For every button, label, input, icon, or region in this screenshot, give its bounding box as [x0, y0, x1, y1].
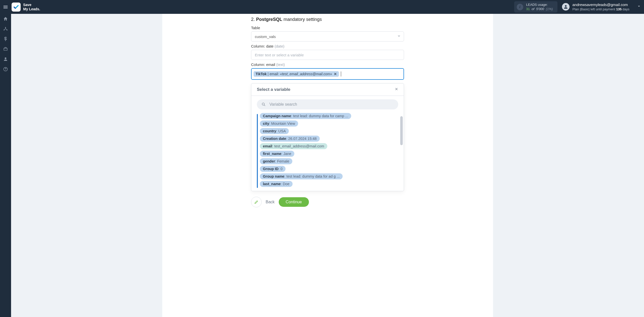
- table-label: Table: [251, 26, 404, 30]
- variable-option[interactable]: first_name: Jane: [260, 151, 294, 157]
- topbar: Save My Leads. i LEADS usage: 31 of 5'00…: [0, 0, 644, 14]
- menu-toggle[interactable]: [0, 0, 11, 14]
- variable-option[interactable]: email: test_email_address@mail.com: [260, 143, 327, 149]
- sidebar-workspace[interactable]: [0, 44, 11, 54]
- account-chevron-icon[interactable]: [637, 4, 641, 9]
- brand-name: Save My Leads.: [23, 3, 40, 11]
- svg-point-7: [262, 103, 264, 105]
- main-card: 2. PostgreSQL mandatory settings Table c…: [162, 14, 493, 317]
- variable-option[interactable]: Creation date: 26.07.2024 15:48: [260, 136, 320, 142]
- variable-search[interactable]: [257, 99, 398, 109]
- section-title: 2. PostgreSQL mandatory settings: [251, 17, 404, 22]
- sidebar-billing[interactable]: [0, 34, 11, 44]
- account-text: andrewsavemyleads@gmail.com Plan |Basic|…: [573, 2, 629, 11]
- footer-row: Back Continue: [251, 197, 404, 207]
- brand-logo[interactable]: Save My Leads.: [12, 3, 40, 12]
- variable-option[interactable]: Campaign name: test lead: dummy data for…: [260, 113, 351, 119]
- variable-option[interactable]: gender: Female: [260, 158, 292, 164]
- search-icon: [261, 102, 266, 107]
- variable-option[interactable]: country: USA: [260, 128, 289, 134]
- col-date-input[interactable]: Enter text or select a variable: [251, 50, 404, 60]
- svg-point-0: [565, 5, 567, 7]
- variable-option[interactable]: Group name: test lead: dummy data for ad…: [260, 173, 343, 179]
- variable-list: Campaign name: test lead: dummy data for…: [260, 113, 399, 188]
- sidebar-home[interactable]: [0, 14, 11, 24]
- variable-panel: Select a variable Campaign name: test le…: [251, 83, 404, 191]
- info-icon: i: [517, 4, 523, 10]
- sidebar: [0, 14, 11, 317]
- back-button[interactable]: Back: [266, 200, 275, 204]
- text-caret: [341, 71, 341, 76]
- svg-point-1: [5, 27, 6, 28]
- svg-point-6: [5, 70, 6, 70]
- sidebar-account[interactable]: [0, 54, 11, 64]
- logo-mark: [12, 3, 21, 12]
- account-widget[interactable]: andrewsavemyleads@gmail.com Plan |Basic|…: [562, 2, 641, 11]
- variable-option[interactable]: last_name: Doe: [260, 181, 293, 187]
- table-select[interactable]: custom_vals: [251, 31, 404, 42]
- svg-point-4: [5, 57, 7, 59]
- variable-option[interactable]: city: Mountain View: [260, 121, 298, 127]
- variable-panel-title: Select a variable: [257, 87, 290, 92]
- continue-button[interactable]: Continue: [279, 197, 309, 207]
- token-remove-icon[interactable]: ✕: [333, 72, 337, 76]
- col-email-label: Column: email (text): [251, 62, 404, 67]
- canvas: 2. PostgreSQL mandatory settings Table c…: [11, 14, 644, 317]
- variable-search-input[interactable]: [269, 102, 394, 107]
- chevron-down-icon: [397, 34, 401, 39]
- sidebar-help[interactable]: [0, 64, 11, 74]
- scrollbar-thumb[interactable]: [400, 116, 403, 145]
- edit-button[interactable]: [251, 197, 262, 207]
- variable-option[interactable]: Group ID: 0: [260, 166, 286, 172]
- panel-close-icon[interactable]: [395, 87, 398, 92]
- variable-token[interactable]: TikTok | email: «test_email_address@mail…: [254, 71, 339, 77]
- col-date-label: Column: date (date): [251, 44, 404, 48]
- sidebar-connections[interactable]: [0, 24, 11, 34]
- col-email-input[interactable]: TikTok | email: «test_email_address@mail…: [251, 68, 404, 80]
- usage-text: LEADS usage: 31 of 5'000 (1%): [526, 3, 553, 11]
- user-avatar-icon: [562, 3, 570, 11]
- usage-widget[interactable]: i LEADS usage: 31 of 5'000 (1%): [514, 1, 557, 13]
